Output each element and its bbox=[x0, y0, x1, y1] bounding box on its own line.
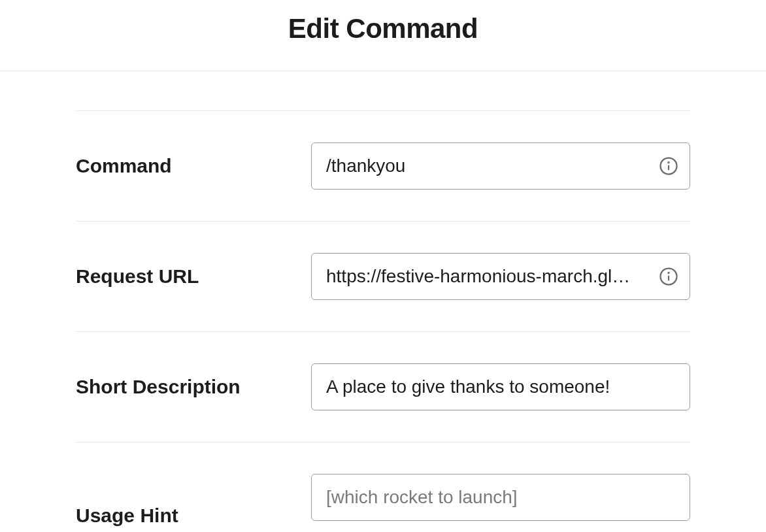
short-description-input-wrapper bbox=[311, 363, 690, 410]
page-header: Edit Command bbox=[0, 0, 766, 71]
row-usage-hint: Usage Hint Optionally list any parameter… bbox=[76, 442, 690, 532]
label-col-short-description: Short Description bbox=[76, 376, 311, 398]
form-container: Command Request URL bbox=[56, 110, 710, 532]
input-col-request-url bbox=[311, 253, 690, 300]
request-url-input[interactable] bbox=[311, 253, 690, 300]
label-col-request-url: Request URL bbox=[76, 265, 311, 288]
page-title: Edit Command bbox=[0, 13, 766, 44]
usage-hint-input[interactable] bbox=[311, 474, 690, 521]
command-input[interactable] bbox=[311, 142, 690, 190]
info-icon[interactable] bbox=[659, 267, 678, 286]
label-col-command: Command bbox=[76, 155, 311, 177]
request-url-label: Request URL bbox=[76, 265, 199, 287]
label-col-usage-hint: Usage Hint bbox=[76, 505, 311, 527]
input-col-short-description bbox=[311, 363, 690, 410]
command-label: Command bbox=[76, 155, 172, 176]
usage-hint-label: Usage Hint bbox=[76, 505, 178, 526]
info-icon[interactable] bbox=[659, 156, 678, 176]
svg-point-2 bbox=[668, 162, 669, 163]
row-request-url: Request URL bbox=[76, 221, 690, 331]
short-description-label: Short Description bbox=[76, 376, 241, 397]
short-description-input[interactable] bbox=[311, 363, 690, 410]
row-command: Command bbox=[76, 110, 690, 221]
input-col-command bbox=[311, 142, 690, 190]
input-col-usage-hint: Optionally list any parameters that can … bbox=[311, 474, 690, 532]
row-short-description: Short Description bbox=[76, 331, 690, 442]
usage-hint-input-wrapper bbox=[311, 474, 690, 521]
command-input-wrapper bbox=[311, 142, 690, 190]
request-url-input-wrapper bbox=[311, 253, 690, 300]
svg-point-5 bbox=[668, 273, 669, 273]
